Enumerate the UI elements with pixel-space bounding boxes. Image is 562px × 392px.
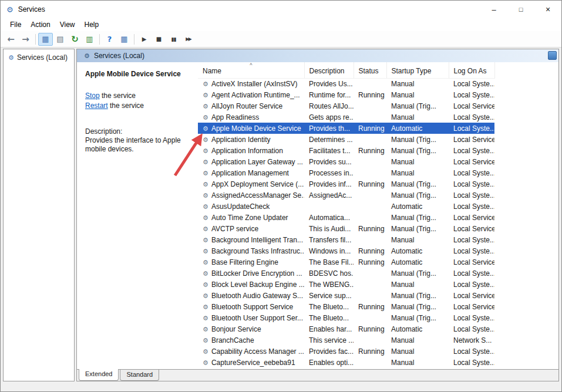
cell-description[interactable]: The Blueto... [304,312,354,323]
cell-description[interactable]: Service sup... [304,290,354,301]
cell-startup-type[interactable]: Automatic [386,201,449,212]
cell-name[interactable]: ⚙Bluetooth Support Service [198,301,304,312]
table-row[interactable]: ⚙Block Level Backup Engine ...The WBENG.… [198,279,494,290]
cell-status[interactable]: Running [354,89,386,100]
stop-service-link[interactable]: Stop [85,92,100,100]
cell-log-on-as[interactable]: Local Service [449,100,494,111]
cell-status[interactable] [354,156,386,167]
back-button[interactable]: ← [4,33,18,46]
table-row[interactable]: ⚙Application ManagementProcesses in...Ma… [198,167,494,178]
forward-button[interactable]: → [18,33,33,46]
table-row[interactable]: ⚙AppX Deployment Service (...Provides in… [198,178,494,190]
cell-log-on-as[interactable]: Local Syste... [449,268,494,279]
cell-log-on-as[interactable]: Local Syste... [449,145,494,156]
cell-description[interactable]: Provides su... [304,156,354,167]
cell-status[interactable] [354,334,386,346]
menu-help[interactable]: Help [80,19,104,30]
cell-startup-type[interactable]: Manual [386,78,449,89]
cell-name[interactable]: ⚙Auto Time Zone Updater [198,212,304,223]
cell-log-on-as[interactable]: Local Syste... [449,123,494,134]
cell-status[interactable] [354,201,386,212]
table-row[interactable]: ⚙Bluetooth Support ServiceThe Blueto...R… [198,301,494,312]
table-row[interactable]: ⚙Bonjour ServiceEnables har...RunningAut… [198,323,494,334]
cell-name[interactable]: ⚙AppX Deployment Service (... [198,178,304,190]
cell-description[interactable]: The Base Fil... [304,256,354,268]
cell-startup-type[interactable]: Automatic [386,256,449,268]
cell-startup-type[interactable]: Manual [386,234,449,245]
restart-service-link[interactable]: Restart [85,102,108,110]
cell-description[interactable]: Facilitates t... [304,145,354,156]
cell-startup-type[interactable]: Manual (Trig... [386,312,449,323]
cell-startup-type[interactable]: Manual [386,279,449,290]
cell-name[interactable]: ⚙Bonjour Service [198,323,304,334]
table-row[interactable]: ⚙Application InformationFacilitates t...… [198,145,494,156]
cell-name[interactable]: ⚙App Readiness [198,111,304,123]
cell-log-on-as[interactable]: Local Service [449,301,494,312]
menu-action[interactable]: Action [26,19,55,30]
table-row[interactable]: ⚙AssignedAccessManager Se...AssignedAc..… [198,190,494,201]
cell-startup-type[interactable]: Manual [386,334,449,346]
cell-log-on-as[interactable]: Local Service [449,290,494,301]
start-service-button[interactable]: ▶ [137,33,152,46]
cell-name[interactable]: ⚙Application Layer Gateway ... [198,156,304,167]
refresh-button[interactable]: ↻ [68,33,82,46]
stop-service-button[interactable]: ■ [152,33,166,46]
tab-standard[interactable]: Standard [120,370,159,381]
cell-description[interactable]: BDESVC hos... [304,268,354,279]
cell-startup-type[interactable]: Manual (Trig... [386,268,449,279]
tab-extended[interactable]: Extended [79,369,119,381]
table-row[interactable]: ⚙AVCTP serviceThis is Audi...RunningManu… [198,223,494,234]
cell-startup-type[interactable]: Manual (Trig... [386,178,449,190]
cell-description[interactable]: Processes in... [304,167,354,178]
cell-status[interactable] [354,111,386,123]
cell-log-on-as[interactable]: Local Service [449,134,494,145]
cell-status[interactable] [354,190,386,201]
cell-log-on-as[interactable]: Local Syste... [449,178,494,190]
cell-description[interactable]: Windows in... [304,245,354,256]
cell-description[interactable]: Runtime for... [304,89,354,100]
show-console-tree-button[interactable]: ▦ [38,33,53,46]
cell-name[interactable]: ⚙AssignedAccessManager Se... [198,190,304,201]
cell-name[interactable]: ⚙Bluetooth Audio Gateway S... [198,290,304,301]
cell-startup-type[interactable]: Manual [386,357,449,368]
table-row[interactable]: ⚙Bluetooth User Support Ser...The Blueto… [198,312,494,323]
table-row[interactable]: ⚙Agent Activation Runtime_...Runtime for… [198,89,494,100]
cell-name[interactable]: ⚙Application Management [198,167,304,178]
cell-status[interactable]: Running [354,123,386,134]
help-button[interactable]: ? [102,33,117,46]
cell-description[interactable]: Enables har... [304,323,354,334]
table-row[interactable]: ⚙Background Tasks Infrastruc...Windows i… [198,245,494,256]
cell-log-on-as[interactable]: Local Syste... [449,111,494,123]
cell-status[interactable]: Running [354,301,386,312]
cell-startup-type[interactable]: Manual [386,111,449,123]
table-row[interactable]: ⚙BranchCacheThis service ...ManualNetwor… [198,334,494,346]
table-row[interactable]: ⚙CaptureService_eebeba91Enables opti...M… [198,357,494,368]
cell-name[interactable]: ⚙CaptureService_eebeba91 [198,357,304,368]
cell-log-on-as[interactable]: Local Syste... [449,279,494,290]
cell-status[interactable] [354,357,386,368]
cell-description[interactable]: Routes AllJo... [304,100,354,111]
cell-status[interactable] [354,167,386,178]
cell-name[interactable]: ⚙Application Information [198,145,304,156]
cell-log-on-as[interactable]: Local Service [449,156,494,167]
cell-description[interactable]: Automatica... [304,212,354,223]
cell-startup-type[interactable]: Manual (Trig... [386,100,449,111]
cell-status[interactable]: Running [354,145,386,156]
export-list-button[interactable]: ▥ [82,33,97,46]
column-header-startup-type[interactable]: Startup Type [386,62,449,78]
cell-log-on-as[interactable]: Local Syste... [449,346,494,357]
cell-description[interactable]: Provides inf... [304,178,354,190]
cell-log-on-as[interactable]: Local Syste... [449,234,494,245]
cell-name[interactable]: ⚙Bluetooth User Support Ser... [198,312,304,323]
cell-startup-type[interactable]: Manual (Trig... [386,134,449,145]
cell-status[interactable]: Running [354,256,386,268]
column-header-status[interactable]: Status [354,62,386,78]
cell-description[interactable]: Transfers fil... [304,234,354,245]
maximize-button[interactable]: □ [507,1,534,18]
cell-log-on-as[interactable]: Local Syste... [449,323,494,334]
cell-log-on-as[interactable]: Local Syste... [449,190,494,201]
cell-status[interactable] [354,212,386,223]
cell-startup-type[interactable]: Manual (Trig... [386,223,449,234]
cell-name[interactable]: ⚙Base Filtering Engine [198,256,304,268]
pause-service-button[interactable]: ▮▮ [166,33,181,46]
